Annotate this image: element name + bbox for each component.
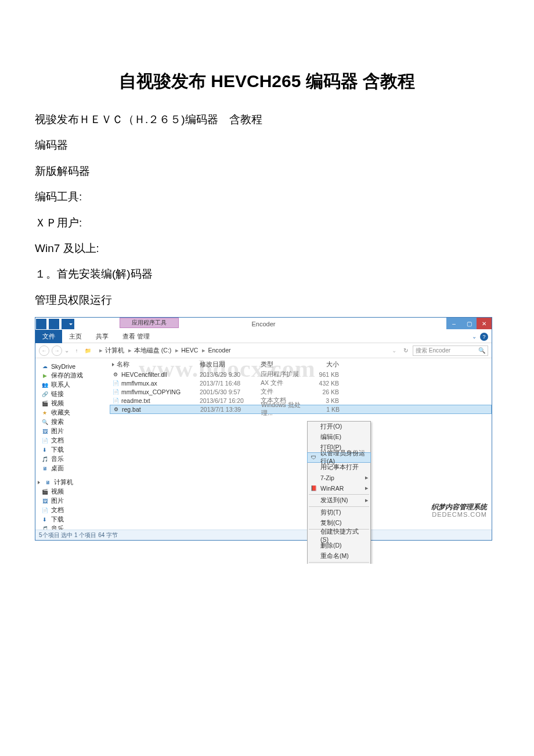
context-menu-item[interactable]: 删除(D) (308, 541, 370, 551)
tab-manage[interactable]: 管理 (130, 330, 157, 343)
sidebar-item[interactable]: ⬇下载 (41, 515, 109, 524)
file-date: 2013/6/17 16:20 (200, 397, 261, 404)
sidebar-icon: 👥 (41, 381, 48, 388)
forward-button[interactable]: → (52, 345, 62, 356)
sidebar-item[interactable]: 🖼图片 (41, 496, 109, 506)
sidebar-icon: 📄 (41, 437, 48, 444)
quick-access-icon[interactable] (36, 319, 46, 329)
sidebar-item[interactable]: 🎬视频 (41, 399, 109, 408)
dropdown-icon[interactable]: ⌄ (392, 347, 396, 354)
paragraph: 编码器 (35, 136, 499, 154)
sidebar-item-label: 文档 (51, 437, 64, 445)
up-button[interactable]: ↑ (71, 345, 82, 356)
address-bar: ← → ⌄ ↑ 📁 ▸计算机 ▸本地磁盘 (C:) ▸HEVC ▸Encoder… (35, 343, 492, 358)
file-name: HEVCencfilter.dll (121, 371, 167, 378)
sidebar-icon: 🎵 (41, 456, 48, 463)
sidebar-item-label: 链接 (51, 390, 64, 398)
sidebar-item[interactable]: ▶保存的游戏 (41, 371, 109, 380)
column-size[interactable]: 大小 (310, 361, 339, 369)
sidebar-item-label: 音乐 (51, 455, 64, 463)
back-button[interactable]: ← (39, 345, 49, 356)
sidebar-icon: 🖼 (41, 498, 48, 505)
context-menu-item[interactable]: 用记事本打开 (308, 462, 370, 473)
file-name: readme.txt (121, 397, 150, 404)
sidebar-item-label: 联系人 (51, 381, 70, 389)
context-menu-item[interactable]: 重命名(M) (308, 551, 370, 561)
sidebar-item-label: 保存的游戏 (51, 372, 83, 380)
search-input[interactable]: 搜索 Encoder 🔍 (413, 345, 488, 356)
sidebar-item[interactable]: 🖥桌面 (41, 464, 109, 473)
tab-share[interactable]: 共享 (89, 330, 116, 343)
sidebar-item[interactable]: ☁SkyDrive (41, 362, 109, 371)
context-menu-item[interactable]: 发送到(N) (308, 495, 370, 506)
file-icon: ⚙ (112, 371, 119, 378)
sidebar-icon: 🔍 (41, 419, 48, 426)
sidebar-item[interactable]: 🎵音乐 (41, 455, 109, 464)
breadcrumb[interactable]: ▸计算机 ▸本地磁盘 (C:) ▸HEVC ▸Encoder (97, 347, 230, 355)
tab-home[interactable]: 主页 (62, 330, 89, 343)
menu-item-label: 7-Zip (320, 474, 334, 481)
context-menu-item[interactable]: 7-Zip (308, 473, 370, 483)
close-button[interactable]: ✕ (477, 318, 492, 329)
quick-access-dropdown[interactable] (62, 319, 74, 329)
sidebar-item-computer[interactable]: 🖥计算机 (38, 478, 109, 487)
sidebar-item[interactable]: 🔗链接 (41, 390, 109, 399)
sidebar-item[interactable]: 🎬视频 (41, 487, 109, 496)
file-type: Windows 批处理... (261, 401, 311, 417)
sidebar-icon: ⬇ (41, 516, 48, 523)
context-menu-item[interactable]: 🛡以管理员身份运行(A) (307, 452, 371, 463)
file-name: mmflvmux_COPYING (121, 388, 181, 395)
breadcrumb-item[interactable]: 计算机 (105, 347, 124, 354)
file-row[interactable]: ⚙HEVCencfilter.dll2013/6/29 9:30应用程序扩展96… (110, 370, 492, 379)
paragraph: 视骏发布ＨＥＶＣ（Ｈ.２６５)编码器 含教程 (35, 111, 499, 128)
breadcrumb-item[interactable]: HEVC (181, 347, 198, 354)
sidebar-item[interactable]: 📄文档 (41, 436, 109, 445)
sidebar-item[interactable]: 🔍搜索 (41, 417, 109, 427)
sidebar-item[interactable]: 🎵音乐 (41, 524, 109, 530)
search-icon[interactable]: 🔍 (478, 347, 485, 354)
sidebar-item[interactable]: 👥联系人 (41, 380, 109, 390)
maximize-button[interactable]: ▢ (461, 318, 477, 329)
help-icon[interactable]: ? (480, 333, 488, 341)
menu-item-label: 打开(O) (320, 423, 342, 431)
column-name[interactable]: 名称 (110, 361, 200, 369)
paragraph: ＸＰ用户: (35, 214, 499, 232)
column-date[interactable]: 修改日期 (200, 361, 261, 369)
file-date: 2013/7/1 13:39 (200, 406, 261, 413)
ribbon-context-tab[interactable]: 应用程序工具 (120, 318, 179, 328)
context-menu-item[interactable]: 属性(R) (308, 563, 370, 564)
watermark-line: DEDECMS.COM (431, 511, 487, 518)
tab-file[interactable]: 文件 (35, 330, 62, 343)
paragraph: Win7 及以上: (35, 240, 499, 257)
file-row[interactable]: ⚙reg.bat2013/7/1 13:39Windows 批处理...1 KB (110, 405, 492, 414)
context-menu-item[interactable]: 📕WinRAR (308, 483, 370, 494)
column-type[interactable]: 类型 (261, 361, 310, 369)
folder-icon: 📁 (84, 347, 91, 354)
sidebar-item-label: 桌面 (51, 465, 64, 473)
refresh-button[interactable]: ↻ (401, 347, 410, 354)
sidebar-icon: ▶ (41, 372, 48, 379)
sidebar-item[interactable]: ⬇下载 (41, 445, 109, 455)
minimize-button[interactable]: – (446, 318, 461, 329)
breadcrumb-item[interactable]: 本地磁盘 (C:) (134, 347, 171, 354)
expand-icon[interactable] (38, 481, 40, 484)
file-icon: 📄 (112, 388, 119, 395)
sidebar-item[interactable]: ★收藏夹 (41, 408, 109, 417)
context-menu-item[interactable]: 打开(O) (308, 422, 370, 432)
menu-separator (309, 494, 369, 495)
context-menu-item[interactable]: 编辑(E) (308, 432, 370, 442)
recent-dropdown-icon[interactable]: ⌄ (64, 347, 69, 354)
context-menu-item[interactable]: 创建快捷方式(S) (308, 530, 370, 541)
sidebar-item[interactable]: 🖼图片 (41, 427, 109, 436)
file-name: mmflvmux.ax (121, 380, 157, 387)
file-row[interactable]: 📄mmflvmux_COPYING2001/5/30 9:57文件26 KB (110, 387, 492, 396)
context-menu-item[interactable]: 剪切(T) (308, 507, 370, 518)
sidebar-item-label: 视频 (51, 399, 64, 408)
paragraph: 新版解码器 (35, 163, 499, 180)
file-row[interactable]: 📄mmflvmux.ax2013/7/1 16:48AX 文件432 KB (110, 379, 492, 387)
sidebar-item[interactable]: 📄文档 (41, 506, 109, 515)
chevron-down-icon[interactable]: ⌄ (472, 333, 477, 340)
breadcrumb-item[interactable]: Encoder (208, 347, 230, 354)
quick-access-icon[interactable] (49, 319, 59, 329)
context-menu-item[interactable]: 复制(C) (308, 518, 370, 528)
